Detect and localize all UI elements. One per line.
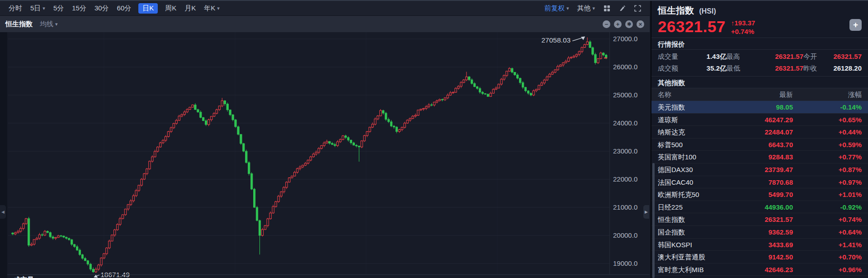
index-last: 44936.00: [725, 201, 793, 214]
index-row[interactable]: 澳大利亚普通股9142.50+0.70%: [651, 251, 868, 264]
chart-area: 分时5日▾5分15分30分60分日K周K月K年K▾ 前复权 ▾ 其他 ▾: [0, 1, 650, 278]
index-name: 国企指数: [658, 226, 725, 239]
index-name: 美元指数: [658, 101, 725, 114]
zoom-out-icon[interactable]: −: [603, 20, 610, 28]
index-last: 9362.59: [725, 226, 793, 239]
settings-gear-icon[interactable]: ✱: [625, 20, 633, 28]
chevron-down-icon: ▾: [55, 21, 58, 27]
period-tabs: 分时5日▾5分15分30分60分日K周K月K年K▾: [5, 3, 224, 14]
stock-app-window: 分时5日▾5分15分30分60分日K周K月K年K▾ 前复权 ▾ 其他 ▾: [0, 0, 868, 278]
price-change: ↑193.37: [731, 19, 755, 27]
svg-text:21000.0: 21000.0: [613, 203, 637, 211]
grid-layout-icon[interactable]: [603, 5, 610, 12]
svg-text:24000.0: 24000.0: [613, 119, 637, 127]
index-row[interactable]: 标普5006643.70+0.59%: [651, 139, 868, 151]
ma-dropdown[interactable]: 均线 ▾: [40, 20, 58, 29]
index-pct: -0.92%: [793, 201, 862, 214]
index-row[interactable]: 国企指数9362.59+0.64%: [651, 226, 868, 239]
index-pct: +0.70%: [793, 251, 862, 264]
col-name-header[interactable]: 名称: [658, 88, 725, 101]
quote-label: 最低: [726, 64, 754, 73]
index-pct: +0.44%: [793, 126, 862, 139]
other-label: 其他: [577, 4, 590, 13]
col-pct-header[interactable]: 涨幅: [793, 88, 862, 101]
period-tab[interactable]: 30分: [94, 4, 109, 13]
quote-value: 26321.57: [754, 53, 803, 61]
candlestick-svg[interactable]: 27000.026000.025000.024000.023000.022000…: [0, 32, 650, 278]
right-panel-toggle[interactable]: ▶: [643, 205, 649, 219]
period-tab[interactable]: 分时: [9, 4, 22, 13]
quote-label: 成交量: [658, 53, 689, 61]
draw-brush-icon[interactable]: [618, 5, 626, 12]
quote-label: 成交额: [658, 64, 689, 73]
period-tab[interactable]: 5日▾: [30, 4, 45, 13]
period-tab[interactable]: 月K: [184, 4, 196, 13]
kline-chart[interactable]: 27000.026000.025000.024000.023000.022000…: [0, 32, 650, 278]
index-last: 9142.50: [725, 251, 793, 264]
index-last: 23739.47: [725, 163, 793, 176]
chart-symbol-label: 恒生指数: [5, 20, 33, 29]
index-row[interactable]: 韩国KOSPI3433.69+1.41%: [651, 239, 868, 251]
quote-header: 恒生指数 (HSI) 26321.57 ↑193.37 +0.74% +: [651, 1, 868, 38]
left-panel-toggle[interactable]: ◀: [0, 205, 6, 219]
index-title: 恒生指数: [658, 5, 694, 15]
period-tab[interactable]: 周K: [165, 4, 176, 13]
index-name: 纳斯达克: [658, 126, 725, 139]
add-to-watchlist-button[interactable]: +: [849, 19, 862, 31]
fullscreen-icon[interactable]: [634, 5, 641, 12]
period-tab[interactable]: 15分: [72, 4, 86, 13]
adjust-mode-label: 前复权: [544, 4, 565, 13]
index-row[interactable]: 英国富时1009284.83+0.77%: [651, 151, 868, 163]
panel-scrollbar[interactable]: [652, 163, 655, 278]
index-row[interactable]: 富时意大利MIB42646.23+0.96%: [651, 264, 868, 276]
index-name: 澳大利亚普通股: [658, 251, 725, 264]
index-row[interactable]: 纳斯达克22484.07+0.44%: [651, 126, 868, 139]
index-pct: +0.64%: [793, 226, 862, 239]
index-last: 26321.57: [725, 213, 793, 226]
chevron-down-icon: ▾: [42, 5, 45, 11]
index-pct: -0.14%: [793, 101, 862, 114]
svg-text:22000.0: 22000.0: [613, 175, 637, 183]
index-row[interactable]: 德国DAX3023739.47+0.87%: [651, 163, 868, 176]
period-tab[interactable]: 年K▾: [204, 4, 220, 13]
index-row[interactable]: 美元指数98.05-0.14%: [651, 101, 868, 114]
period-tab[interactable]: 5分: [53, 4, 64, 13]
index-name: 标普500: [658, 139, 725, 151]
svg-text:25000.0: 25000.0: [613, 91, 637, 99]
index-row[interactable]: 恒生指数26321.57+0.74%: [651, 213, 868, 226]
close-icon[interactable]: ×: [637, 20, 644, 28]
adjust-mode-dropdown[interactable]: 前复权 ▾: [544, 4, 569, 13]
price-change-pct: +0.74%: [731, 27, 755, 36]
index-row[interactable]: 法国CAC407870.68+0.97%: [651, 176, 868, 189]
zoom-in-icon[interactable]: +: [614, 20, 622, 28]
period-tab[interactable]: 60分: [117, 4, 132, 13]
candles: [12, 37, 607, 273]
chart-annotations: 27058.0318671.49: [94, 36, 585, 278]
index-row[interactable]: 日经22544936.00-0.92%: [651, 201, 868, 214]
col-last-header[interactable]: 最新: [725, 88, 793, 101]
index-pct: +0.65%: [793, 114, 862, 126]
quote-panel: 恒生指数 (HSI) 26321.57 ↑193.37 +0.74% + 行情报…: [651, 1, 868, 278]
index-last: 46247.29: [725, 114, 793, 126]
index-last: 7870.68: [725, 176, 793, 189]
index-last: 3433.69: [725, 239, 793, 251]
index-pct: +0.74%: [793, 213, 862, 226]
index-pct: +1.01%: [793, 188, 862, 201]
index-name: 日经225: [658, 201, 725, 214]
price-change-block: ↑193.37 +0.74%: [731, 19, 755, 36]
quote-value: 26128.20: [830, 64, 862, 73]
index-name: 富时意大利MIB: [658, 264, 725, 276]
quote-label: 最高: [726, 53, 754, 61]
svg-text:23000.0: 23000.0: [613, 147, 637, 155]
change-value: 193.37: [734, 19, 755, 27]
quote-value: 26321.57: [830, 53, 862, 61]
other-dropdown[interactable]: 其他 ▾: [577, 4, 595, 13]
index-row[interactable]: 欧洲斯托克505499.70+1.01%: [651, 188, 868, 201]
index-name: 德国DAX30: [658, 163, 725, 176]
index-row[interactable]: 道琼斯46247.29+0.65%: [651, 114, 868, 126]
left-edge-strip: [0, 32, 7, 278]
index-name: 韩国KOSPI: [658, 239, 725, 251]
svg-text:27000.0: 27000.0: [613, 35, 637, 43]
period-tab[interactable]: 日K: [138, 3, 158, 14]
index-pct: +1.41%: [793, 239, 862, 251]
